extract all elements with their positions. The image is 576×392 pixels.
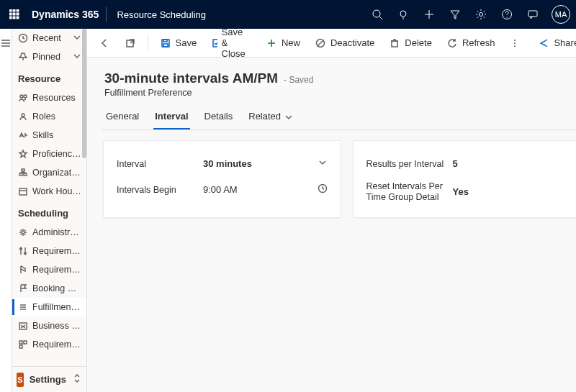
svg-rect-4 bbox=[13, 13, 15, 15]
chevron-down-icon bbox=[72, 32, 82, 45]
svg-rect-50 bbox=[163, 44, 168, 47]
share-button[interactable]: Share bbox=[532, 32, 576, 54]
user-avatar[interactable]: MA bbox=[552, 5, 570, 24]
product-name[interactable]: Dynamics 365 bbox=[29, 9, 106, 20]
app-name[interactable]: Resource Scheduling bbox=[107, 9, 216, 20]
updown-icon bbox=[72, 373, 82, 386]
refresh-button[interactable]: Refresh bbox=[441, 32, 501, 54]
svg-rect-6 bbox=[9, 17, 12, 19]
help-button[interactable] bbox=[494, 0, 520, 29]
field-intervals-begin[interactable]: Intervals Begin 9:00 AM bbox=[117, 177, 328, 203]
sidebar-item-req-status[interactable]: Requirement Stat... bbox=[12, 260, 86, 279]
svg-point-27 bbox=[22, 114, 24, 117]
sidebar-item-skills[interactable]: Skills bbox=[12, 126, 86, 145]
sidebar-item-workhours[interactable]: Work Hours Temp... bbox=[12, 182, 86, 201]
svg-rect-5 bbox=[17, 13, 19, 15]
deactivate-button[interactable]: Deactivate bbox=[309, 32, 380, 54]
new-button[interactable]: New bbox=[260, 32, 306, 54]
nav-rail bbox=[0, 29, 12, 392]
tab-interval[interactable]: Interval bbox=[153, 105, 189, 129]
app-launcher-button[interactable] bbox=[0, 0, 29, 29]
search-button[interactable] bbox=[364, 0, 390, 29]
form-tabs: General Interval Details Related bbox=[102, 105, 576, 130]
sidebar-item-fulfillment-pref[interactable]: Fulfillment Prefer... bbox=[12, 298, 86, 316]
svg-marker-28 bbox=[19, 150, 27, 158]
area-label: Settings bbox=[30, 374, 66, 385]
star-icon bbox=[18, 149, 28, 159]
group-icon bbox=[18, 339, 28, 350]
svg-rect-43 bbox=[19, 341, 22, 344]
group-resource: Resource bbox=[12, 66, 86, 88]
chevron-down-icon bbox=[318, 158, 328, 170]
save-status: - Saved bbox=[284, 75, 313, 85]
svg-rect-3 bbox=[9, 13, 12, 15]
roles-icon bbox=[18, 111, 28, 122]
sidebar-item-resources[interactable]: Resources bbox=[12, 88, 86, 107]
filter-button[interactable] bbox=[442, 0, 468, 29]
tab-general[interactable]: General bbox=[104, 105, 140, 129]
tab-details[interactable]: Details bbox=[203, 105, 235, 129]
add-button[interactable] bbox=[416, 0, 442, 29]
svg-rect-0 bbox=[9, 9, 12, 12]
recent-label: Recent bbox=[32, 33, 61, 43]
svg-rect-19 bbox=[528, 11, 537, 17]
clock-icon bbox=[318, 183, 328, 196]
overflow-button[interactable] bbox=[503, 32, 526, 54]
settings-button[interactable] bbox=[468, 0, 494, 29]
feedback-button[interactable] bbox=[520, 0, 546, 29]
pinned-nav[interactable]: Pinned bbox=[12, 47, 86, 66]
area-switcher[interactable]: S Settings bbox=[12, 366, 86, 392]
svg-rect-29 bbox=[22, 169, 24, 171]
svg-point-59 bbox=[514, 40, 516, 41]
svg-line-55 bbox=[318, 40, 323, 46]
sidebar-item-req-priority[interactable]: Requirement Prior... bbox=[12, 242, 86, 260]
back-button[interactable] bbox=[93, 32, 116, 54]
entity-name: Fulfillment Preference bbox=[102, 86, 576, 105]
lightbulb-button[interactable] bbox=[390, 0, 416, 29]
group-scheduling: Scheduling bbox=[12, 201, 86, 223]
save-close-button[interactable]: Save & Close bbox=[205, 32, 257, 54]
save-button[interactable]: Save bbox=[154, 32, 203, 54]
pinned-label: Pinned bbox=[32, 52, 60, 62]
svg-marker-15 bbox=[451, 11, 459, 19]
sidebar-item-req-groups[interactable]: Requirement Gro... bbox=[12, 335, 86, 354]
recent-nav[interactable]: Recent bbox=[12, 29, 86, 47]
sidebar-item-org-units[interactable]: Organizational Un... bbox=[12, 163, 86, 182]
list-icon bbox=[18, 302, 28, 312]
area-badge: S bbox=[17, 373, 24, 387]
field-reset-intervals[interactable]: Reset Intervals Per Time Group Detail Ye… bbox=[366, 177, 576, 207]
field-results-per-interval[interactable]: Results per Interval 5 bbox=[366, 151, 576, 177]
delete-button[interactable]: Delete bbox=[383, 32, 438, 54]
gear-icon bbox=[18, 227, 28, 237]
svg-rect-2 bbox=[17, 9, 19, 12]
svg-rect-49 bbox=[163, 40, 167, 42]
field-interval[interactable]: Interval 30 minutes bbox=[117, 151, 328, 177]
priority-icon bbox=[18, 246, 28, 256]
svg-point-25 bbox=[20, 95, 23, 98]
sidebar-item-booking-statuses[interactable]: Booking Statuses bbox=[12, 279, 86, 298]
pin-icon bbox=[18, 52, 28, 62]
tab-related[interactable]: Related bbox=[247, 105, 294, 129]
main-region: Save Save & Close New Deactivate Delete … bbox=[87, 29, 576, 392]
svg-point-26 bbox=[24, 95, 27, 98]
sidebar-scrollbar[interactable] bbox=[82, 29, 86, 392]
open-new-window-button[interactable] bbox=[119, 32, 142, 54]
command-bar: Save Save & Close New Deactivate Delete … bbox=[87, 29, 576, 58]
chevron-down-icon bbox=[72, 51, 82, 63]
sitemap-toggle-button[interactable] bbox=[0, 29, 12, 58]
svg-rect-8 bbox=[17, 17, 19, 19]
card-interval-settings: Interval 30 minutes Intervals Begin 9:00… bbox=[103, 140, 341, 218]
sidebar-item-proficiency[interactable]: Proficiency Models bbox=[12, 145, 86, 163]
svg-point-9 bbox=[373, 10, 380, 17]
svg-point-61 bbox=[514, 45, 516, 47]
status-icon bbox=[18, 265, 28, 275]
skills-icon bbox=[18, 130, 28, 140]
sidebar-item-administration[interactable]: Administration bbox=[12, 223, 86, 242]
sidebar-item-business-closures[interactable]: Business Closures bbox=[12, 316, 86, 335]
svg-point-34 bbox=[22, 231, 24, 234]
sitemap-sidebar: Recent Pinned Resource Resources Roles S… bbox=[12, 29, 87, 392]
sidebar-item-roles[interactable]: Roles bbox=[12, 107, 86, 126]
svg-point-16 bbox=[480, 13, 483, 17]
clock-icon bbox=[18, 33, 28, 43]
svg-point-18 bbox=[506, 17, 507, 17]
